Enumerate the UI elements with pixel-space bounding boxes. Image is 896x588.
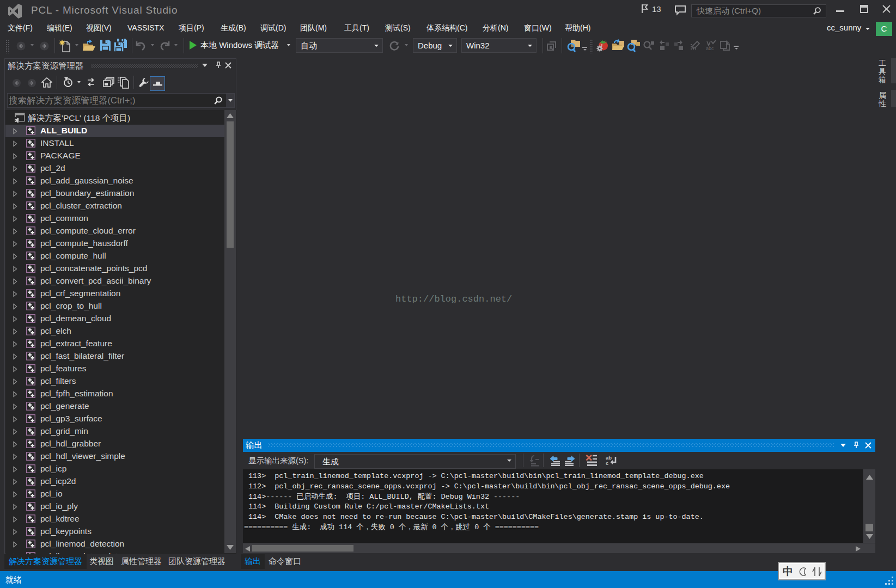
svg-text:abc: abc: [706, 46, 714, 51]
svg-text:c: c: [606, 460, 608, 466]
